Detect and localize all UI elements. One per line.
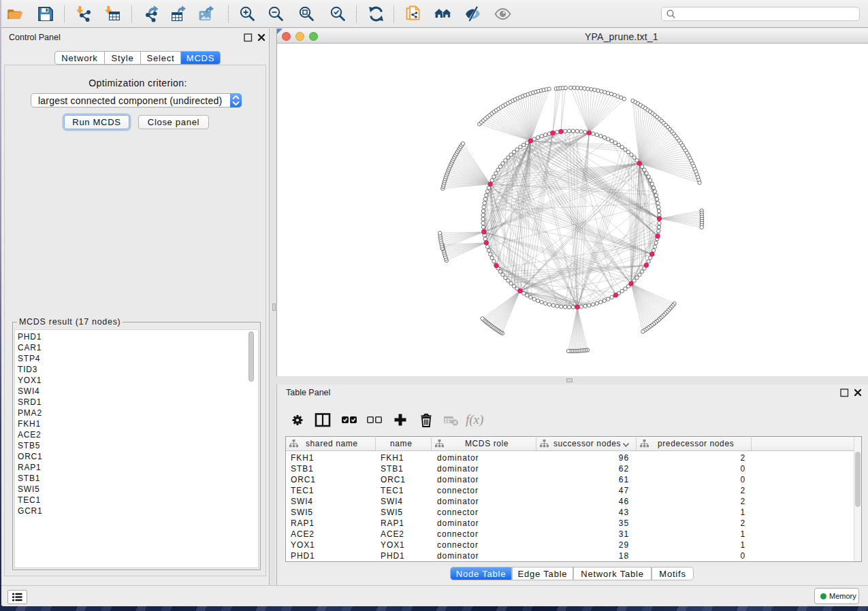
svg-text:f(x): f(x): [466, 412, 483, 427]
